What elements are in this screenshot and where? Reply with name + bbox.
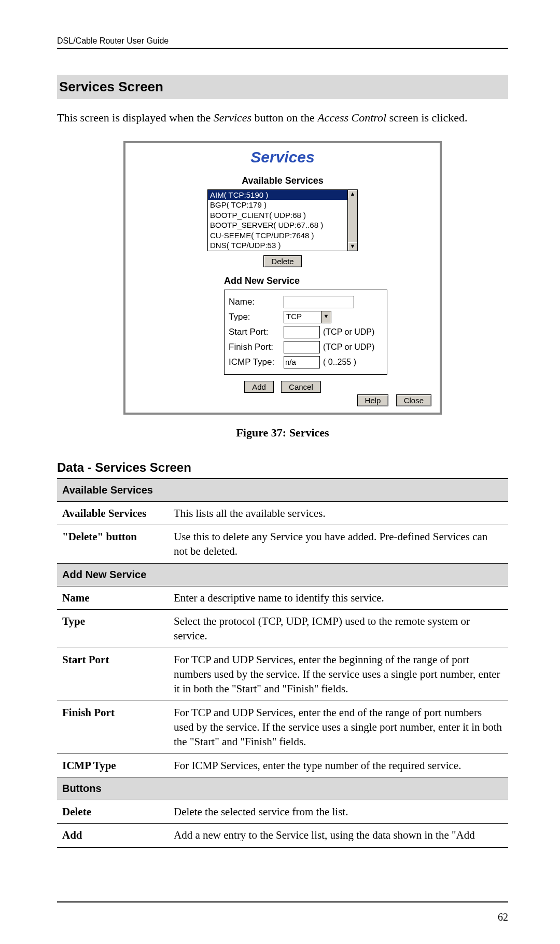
available-services-listbox[interactable]: AIM( TCP:5190 ) BGP( TCP:179 ) BOOTP_CLI…: [207, 189, 348, 251]
type-select[interactable]: TCP ▼: [284, 311, 331, 323]
intro-paragraph: This screen is displayed when the Servic…: [57, 111, 508, 126]
table-row: NameEnter a descriptive name to identify…: [57, 586, 508, 609]
table-row: AddAdd a new entry to the Service list, …: [57, 824, 508, 847]
figure-caption: Figure 37: Services: [57, 426, 508, 440]
table-key: Start Port: [57, 648, 169, 701]
add-button[interactable]: Add: [244, 381, 274, 393]
data-subheading: Data - Services Screen: [57, 460, 508, 475]
icmp-type-hint: ( 0..255 ): [323, 358, 356, 367]
table-key: Available Services: [57, 501, 169, 525]
table-row: TypeSelect the protocol (TCP, UDP, ICMP)…: [57, 609, 508, 648]
list-item[interactable]: BOOTP_SERVER( UDP:67..68 ): [208, 220, 347, 230]
page-number: 62: [498, 911, 508, 923]
services-dialog: Services Available Services AIM( TCP:519…: [123, 141, 442, 415]
icmp-type-field[interactable]: [284, 356, 320, 368]
table-row: DeleteDelete the selected service from t…: [57, 800, 508, 824]
intro-post: screen is clicked.: [386, 111, 467, 124]
list-item[interactable]: CU-SEEME( TCP/UDP:7648 ): [208, 230, 347, 241]
add-new-service-heading: Add New Service: [224, 276, 440, 286]
table-row: "Delete" buttonUse this to delete any Se…: [57, 525, 508, 563]
icmp-type-label: ICMP Type:: [229, 357, 281, 367]
type-label: Type:: [229, 312, 281, 322]
table-row: ICMP TypeFor ICMP Services, enter the ty…: [57, 754, 508, 777]
start-port-label: Start Port:: [229, 327, 281, 337]
cancel-button[interactable]: Cancel: [281, 381, 321, 393]
table-key: Name: [57, 586, 169, 609]
start-port-hint: (TCP or UDP): [323, 327, 374, 337]
table-row: Finish PortFor TCP and UDP Services, ent…: [57, 701, 508, 754]
table-key: Finish Port: [57, 701, 169, 754]
finish-port-field[interactable]: [284, 341, 320, 353]
finish-port-label: Finish Port:: [229, 342, 281, 352]
table-value: For ICMP Services, enter the type number…: [169, 754, 508, 777]
list-item[interactable]: BOOTP_CLIENT( UDP:68 ): [208, 210, 347, 221]
table-value: Delete the selected service from the lis…: [169, 800, 508, 824]
list-item[interactable]: DNS( TCP/UDP:53 ): [208, 240, 347, 251]
table-value: Add a new entry to the Service list, usi…: [169, 824, 508, 847]
table-value: Select the protocol (TCP, UDP, ICMP) use…: [169, 609, 508, 648]
chevron-down-icon: ▼: [321, 311, 331, 323]
table-value: For TCP and UDP Services, enter the begi…: [169, 648, 508, 701]
table-row: Start PortFor TCP and UDP Services, ente…: [57, 648, 508, 701]
table-key: Type: [57, 609, 169, 648]
table-value: This lists all the available services.: [169, 501, 508, 525]
table-key: Delete: [57, 800, 169, 824]
table-group-header: Add New Service: [57, 563, 508, 586]
intro-em1: Services: [214, 111, 251, 124]
table-key: ICMP Type: [57, 754, 169, 777]
delete-button[interactable]: Delete: [263, 255, 301, 267]
available-services-heading: Available Services: [125, 175, 440, 186]
table-value: Enter a descriptive name to identify thi…: [169, 586, 508, 609]
finish-port-hint: (TCP or UDP): [323, 343, 374, 352]
table-value: Use this to delete any Service you have …: [169, 525, 508, 563]
footer-rule: [57, 901, 508, 902]
name-field[interactable]: [284, 296, 354, 308]
intro-mid: button on the: [251, 111, 317, 124]
help-button[interactable]: Help: [357, 394, 389, 406]
close-button[interactable]: Close: [396, 394, 431, 406]
dialog-title: Services: [125, 148, 440, 166]
table-value: For TCP and UDP Services, enter the end …: [169, 701, 508, 754]
type-select-value: TCP: [284, 311, 321, 323]
scroll-down-icon[interactable]: ▼: [348, 242, 357, 251]
section-title: Services Screen: [57, 75, 508, 99]
page-header: DSL/Cable Router User Guide: [57, 36, 508, 49]
list-item[interactable]: AIM( TCP:5190 ): [208, 190, 347, 200]
intro-em2: Access Control: [317, 111, 386, 124]
add-new-service-form: Name: Type: TCP ▼ Start Port: (TCP or UD…: [224, 290, 387, 375]
table-key: "Delete" button: [57, 525, 169, 563]
table-row: Available ServicesThis lists all the ava…: [57, 501, 508, 525]
table-group-header: Buttons: [57, 777, 508, 800]
scroll-up-icon[interactable]: ▲: [348, 190, 357, 198]
table-key: Add: [57, 824, 169, 847]
data-table: Available ServicesAvailable ServicesThis…: [57, 478, 508, 848]
name-label: Name:: [229, 297, 281, 307]
start-port-field[interactable]: [284, 326, 320, 338]
listbox-scrollbar[interactable]: ▲ ▼: [348, 189, 358, 251]
list-item[interactable]: BGP( TCP:179 ): [208, 200, 347, 210]
table-group-header: Available Services: [57, 478, 508, 502]
intro-pre: This screen is displayed when the: [57, 111, 214, 124]
